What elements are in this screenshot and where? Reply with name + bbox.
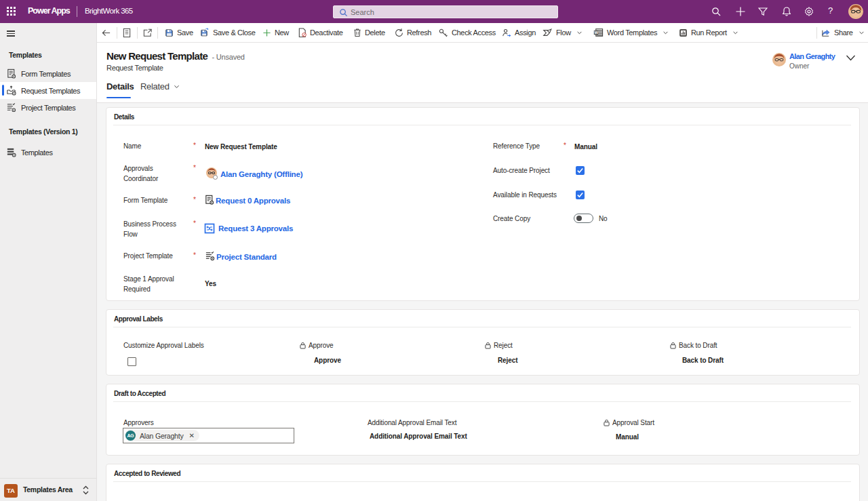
svg-text:W: W: [595, 31, 599, 35]
